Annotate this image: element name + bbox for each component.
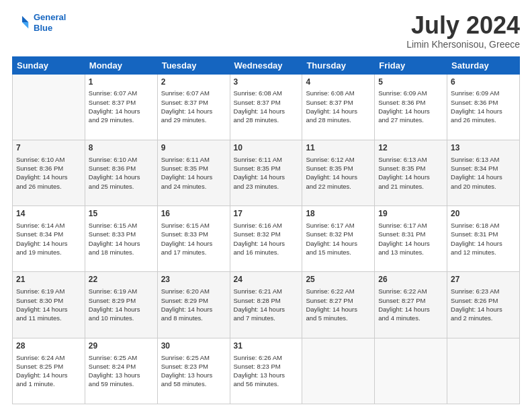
- day-number: 6: [451, 77, 516, 88]
- day-info: Sunset: 8:32 PM: [306, 230, 371, 238]
- day-info: and 22 minutes.: [306, 182, 371, 191]
- day-info: and 13 minutes.: [378, 248, 443, 257]
- day-info: Daylight: 14 hours: [306, 305, 371, 314]
- day-info: Sunset: 8:35 PM: [306, 164, 371, 173]
- day-info: Sunrise: 6:09 AM: [451, 89, 516, 97]
- day-info: Sunset: 8:37 PM: [161, 98, 226, 107]
- day-info: Sunrise: 6:16 AM: [234, 221, 299, 230]
- day-info: and 24 minutes.: [161, 182, 226, 191]
- day-info: Daylight: 14 hours: [378, 239, 443, 248]
- cal-cell: [375, 338, 447, 404]
- cal-cell: 6Sunrise: 6:09 AMSunset: 8:36 PMDaylight…: [447, 74, 520, 140]
- day-info: and 18 minutes.: [89, 248, 154, 257]
- cal-cell: 13Sunrise: 6:13 AMSunset: 8:34 PMDayligh…: [447, 140, 520, 205]
- day-info: and 26 minutes.: [16, 182, 81, 191]
- day-number: 5: [378, 77, 443, 88]
- day-info: Sunrise: 6:12 AM: [306, 155, 371, 164]
- day-info: Daylight: 14 hours: [234, 305, 299, 314]
- day-info: and 17 minutes.: [161, 248, 226, 257]
- day-info: Sunset: 8:31 PM: [451, 230, 516, 238]
- day-number: 1: [89, 77, 154, 88]
- day-info: Daylight: 13 hours: [234, 371, 299, 379]
- day-info: Sunrise: 6:09 AM: [378, 89, 443, 97]
- day-info: Daylight: 14 hours: [16, 371, 81, 379]
- day-info: Sunrise: 6:22 AM: [378, 287, 443, 295]
- day-info: and 10 minutes.: [89, 314, 154, 322]
- calendar-table: SundayMondayTuesdayWednesdayThursdayFrid…: [12, 56, 520, 404]
- cal-cell: 30Sunrise: 6:25 AMSunset: 8:23 PMDayligh…: [157, 338, 230, 404]
- day-info: Sunrise: 6:08 AM: [306, 89, 371, 97]
- week-row-3: 14Sunrise: 6:14 AMSunset: 8:34 PMDayligh…: [13, 206, 520, 272]
- cal-cell: 17Sunrise: 6:16 AMSunset: 8:32 PMDayligh…: [230, 206, 302, 272]
- day-number: 23: [161, 274, 226, 285]
- day-info: and 29 minutes.: [89, 116, 154, 124]
- cal-cell: 29Sunrise: 6:25 AMSunset: 8:24 PMDayligh…: [85, 338, 157, 404]
- day-info: Sunset: 8:32 PM: [234, 230, 299, 238]
- main-title: July 2024: [406, 12, 520, 39]
- subtitle: Limin Khersonisou, Greece: [406, 39, 520, 50]
- day-info: and 1 minute.: [16, 379, 81, 388]
- title-block: July 2024 Limin Khersonisou, Greece: [406, 12, 520, 50]
- logo-line1: General: [34, 12, 66, 22]
- day-info: Sunset: 8:35 PM: [378, 164, 443, 173]
- day-info: Sunset: 8:35 PM: [234, 164, 299, 173]
- day-info: Daylight: 14 hours: [89, 107, 154, 116]
- cal-cell: 22Sunrise: 6:19 AMSunset: 8:29 PMDayligh…: [85, 272, 157, 338]
- day-info: Sunrise: 6:11 AM: [161, 155, 226, 164]
- day-info: Daylight: 14 hours: [451, 305, 516, 314]
- day-number: 4: [306, 77, 371, 88]
- cal-cell: [447, 338, 520, 404]
- cal-cell: 9Sunrise: 6:11 AMSunset: 8:35 PMDaylight…: [157, 140, 230, 205]
- day-info: Sunrise: 6:13 AM: [451, 155, 516, 164]
- cal-cell: 10Sunrise: 6:11 AMSunset: 8:35 PMDayligh…: [230, 140, 302, 205]
- day-info: and 29 minutes.: [161, 116, 226, 124]
- day-number: 25: [306, 274, 371, 285]
- cal-cell: 12Sunrise: 6:13 AMSunset: 8:35 PMDayligh…: [375, 140, 447, 205]
- cal-cell: 7Sunrise: 6:10 AMSunset: 8:36 PMDaylight…: [13, 140, 85, 205]
- day-number: 9: [161, 142, 226, 154]
- day-info: Sunrise: 6:17 AM: [378, 221, 443, 230]
- day-number: 17: [234, 208, 299, 220]
- day-info: Sunset: 8:37 PM: [234, 98, 299, 107]
- week-row-2: 7Sunrise: 6:10 AMSunset: 8:36 PMDaylight…: [13, 140, 520, 205]
- day-info: Sunset: 8:37 PM: [89, 98, 154, 107]
- day-info: Sunset: 8:34 PM: [16, 230, 81, 238]
- cal-cell: 20Sunrise: 6:18 AMSunset: 8:31 PMDayligh…: [447, 206, 520, 272]
- week-row-1: 1Sunrise: 6:07 AMSunset: 8:37 PMDaylight…: [13, 74, 520, 140]
- day-number: 13: [451, 142, 516, 154]
- cal-cell: 1Sunrise: 6:07 AMSunset: 8:37 PMDaylight…: [85, 74, 157, 140]
- day-info: and 20 minutes.: [451, 182, 516, 191]
- day-info: Daylight: 14 hours: [378, 305, 443, 314]
- day-number: 10: [234, 142, 299, 154]
- cal-cell: 11Sunrise: 6:12 AMSunset: 8:35 PMDayligh…: [302, 140, 375, 205]
- cal-cell: 15Sunrise: 6:15 AMSunset: 8:33 PMDayligh…: [85, 206, 157, 272]
- day-info: Sunset: 8:31 PM: [378, 230, 443, 238]
- day-number: 8: [89, 142, 154, 154]
- day-info: Sunrise: 6:26 AM: [234, 353, 299, 362]
- col-header-thursday: Thursday: [302, 56, 375, 74]
- day-info: Sunset: 8:29 PM: [89, 296, 154, 305]
- header: General Blue July 2024 Limin Khersonisou…: [12, 12, 520, 50]
- col-header-saturday: Saturday: [447, 56, 520, 74]
- day-info: Daylight: 14 hours: [306, 239, 371, 248]
- day-info: Daylight: 14 hours: [16, 173, 81, 181]
- cal-cell: 18Sunrise: 6:17 AMSunset: 8:32 PMDayligh…: [302, 206, 375, 272]
- svg-marker-1: [22, 22, 28, 28]
- day-number: 3: [234, 77, 299, 88]
- day-info: Daylight: 14 hours: [161, 305, 226, 314]
- day-info: Sunrise: 6:08 AM: [234, 89, 299, 97]
- day-info: Sunset: 8:23 PM: [234, 362, 299, 371]
- day-info: Sunset: 8:23 PM: [161, 362, 226, 371]
- day-number: 18: [306, 208, 371, 220]
- page: General Blue July 2024 Limin Khersonisou…: [0, 0, 532, 411]
- day-info: and 7 minutes.: [234, 314, 299, 322]
- day-info: and 26 minutes.: [451, 116, 516, 124]
- day-info: Sunrise: 6:13 AM: [378, 155, 443, 164]
- day-info: and 12 minutes.: [451, 248, 516, 257]
- col-header-friday: Friday: [375, 56, 447, 74]
- day-info: Sunrise: 6:07 AM: [161, 89, 226, 97]
- day-info: Daylight: 14 hours: [451, 239, 516, 248]
- day-info: Daylight: 14 hours: [234, 173, 299, 181]
- day-number: 22: [89, 274, 154, 285]
- day-info: Sunset: 8:33 PM: [89, 230, 154, 238]
